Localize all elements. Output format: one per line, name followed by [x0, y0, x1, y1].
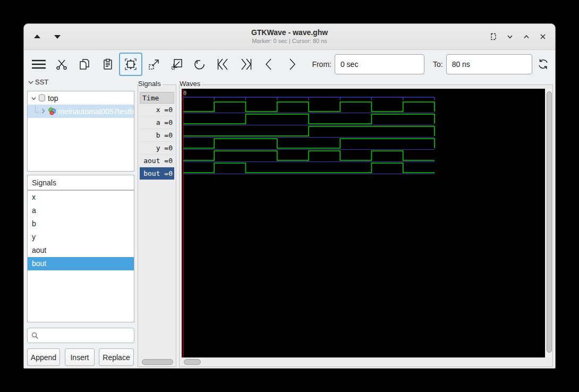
reload-icon — [537, 57, 550, 71]
signals-hscrollbar[interactable] — [142, 359, 173, 365]
titlebar[interactable]: GTKWave - wave.ghw Marker: 0 sec | Curso… — [24, 24, 555, 50]
chevron-up-icon[interactable] — [522, 32, 531, 41]
waves-panel: Waves 0 — [179, 84, 553, 367]
zoom-undo-icon — [193, 57, 207, 71]
window-shade-down-icon[interactable] — [53, 32, 62, 41]
insert-button[interactable]: Insert — [65, 348, 95, 366]
signal-value-row[interactable]: x =0 — [140, 104, 174, 116]
shift-right-icon — [286, 57, 298, 71]
shift-left-button[interactable] — [258, 53, 280, 76]
signals-frame-label: Signals — [138, 80, 163, 88]
to-label: To: — [433, 60, 443, 69]
cut-traces-button[interactable] — [50, 53, 73, 76]
time-column-header[interactable]: Time — [140, 92, 174, 104]
search-icon — [31, 332, 39, 339]
zoom-out-icon — [170, 57, 184, 71]
window-title: GTKWave - wave.ghw — [24, 28, 555, 37]
copy-traces-button[interactable] — [73, 53, 96, 76]
signal-list-header[interactable]: Signals — [27, 175, 134, 190]
to-start-icon — [216, 57, 231, 71]
signal-value-row-selected[interactable]: bout =0 — [140, 167, 174, 180]
sst-section-header[interactable]: SST — [28, 78, 48, 86]
tree-node-label: meinautomat0057testbe — [58, 107, 134, 116]
list-item-selected[interactable]: bout — [28, 257, 134, 270]
chevron-down-icon[interactable] — [505, 32, 515, 41]
signals-values-panel: Signals Time x =0 a =0 b =0 y =0 aout =0… — [138, 84, 176, 367]
shift-left-icon — [263, 57, 275, 71]
to-end-icon — [239, 57, 253, 71]
append-button[interactable]: Append — [27, 348, 60, 366]
waves-hscrollbar[interactable] — [184, 359, 201, 365]
zoom-fit-icon — [124, 57, 138, 71]
to-input[interactable] — [446, 54, 532, 74]
tree-branch-line — [35, 106, 39, 113]
close-icon[interactable] — [538, 32, 548, 41]
waves-vscrollbar[interactable] — [547, 91, 552, 353]
signal-value-rows: x =0 a =0 b =0 y =0 aout =0 bout =0 — [140, 104, 174, 180]
signal-value-row[interactable]: y =0 — [140, 142, 174, 155]
zoom-in-button[interactable] — [142, 53, 165, 76]
paste-icon — [101, 58, 114, 71]
sst-label: SST — [35, 78, 48, 86]
zoom-to-end-button[interactable] — [234, 53, 257, 76]
module-icon — [48, 107, 56, 115]
list-item[interactable]: y — [28, 231, 134, 244]
desktop-background: GTKWave - wave.ghw Marker: 0 sec | Curso… — [0, 0, 579, 392]
sst-tree: top meinautomat0057testbe — [27, 91, 134, 172]
zoom-to-start-button[interactable] — [211, 53, 234, 76]
from-input[interactable] — [335, 54, 424, 74]
tree-node-module[interactable]: meinautomat0057testbe — [28, 105, 134, 118]
window-shade-up-icon[interactable] — [32, 32, 42, 41]
chevron-down-icon[interactable] — [31, 95, 36, 101]
zoom-undo-button[interactable] — [189, 53, 211, 76]
signal-list-header-label: Signals — [32, 178, 56, 187]
menu-button[interactable] — [27, 53, 50, 76]
marker-cursor-status: Marker: 0 sec | Cursor: 80 ns — [24, 38, 555, 44]
top-node-icon — [38, 94, 46, 102]
zoom-out-button[interactable] — [165, 53, 188, 76]
list-item[interactable]: x — [28, 191, 134, 204]
maximize-icon[interactable] — [489, 32, 498, 41]
signal-value-row[interactable]: a =0 — [140, 116, 174, 129]
signal-list: x a b y aout bout — [27, 190, 134, 322]
copy-icon — [78, 58, 91, 71]
paste-traces-button[interactable] — [96, 53, 119, 76]
signal-search-input[interactable] — [27, 328, 134, 343]
waves-frame-label: Waves — [180, 80, 202, 88]
list-item[interactable]: a — [28, 204, 134, 217]
wave-display[interactable]: 0 — [182, 89, 545, 357]
signal-value-row[interactable]: aout =0 — [140, 155, 174, 167]
wave-canvas: 0 — [182, 89, 545, 357]
from-label: From: — [312, 60, 331, 69]
gtkwave-window: GTKWave - wave.ghw Marker: 0 sec | Curso… — [23, 23, 556, 369]
zoom-in-icon — [147, 57, 161, 71]
cut-icon — [55, 58, 68, 71]
waves-vscrollbar-track[interactable] — [546, 89, 552, 357]
zoom-fit-button[interactable] — [119, 53, 142, 76]
replace-button[interactable]: Replace — [99, 348, 134, 366]
signal-value-row[interactable]: b =0 — [140, 129, 174, 142]
shift-right-button[interactable] — [280, 53, 303, 76]
list-item[interactable]: b — [28, 217, 134, 231]
tree-node-top[interactable]: top — [28, 91, 134, 105]
menu-icon — [31, 58, 47, 71]
chevron-right-icon[interactable] — [41, 108, 46, 115]
tree-node-label: top — [48, 94, 58, 103]
expander-icon — [28, 80, 33, 84]
list-item[interactable]: aout — [28, 244, 134, 257]
toolbar: From: To: — [24, 50, 555, 78]
svg-text:0: 0 — [183, 90, 186, 96]
reload-button[interactable] — [532, 53, 555, 76]
